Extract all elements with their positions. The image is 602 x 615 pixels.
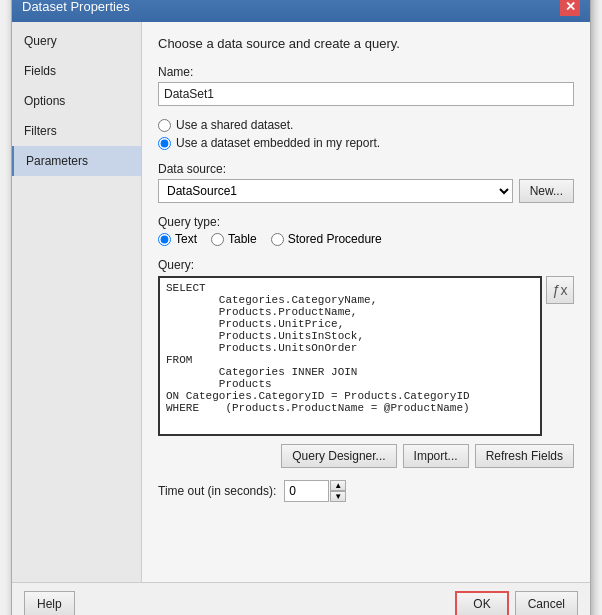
sidebar-item-parameters[interactable]: Parameters bbox=[12, 146, 141, 176]
timeout-label: Time out (in seconds): bbox=[158, 484, 276, 498]
spinner-buttons: ▲ ▼ bbox=[330, 480, 346, 502]
dataset-properties-dialog: Dataset Properties ✕ Query Fields Option… bbox=[11, 0, 591, 615]
query-buttons-row: Query Designer... Import... Refresh Fiel… bbox=[158, 444, 574, 468]
embedded-dataset-radio-row: Use a dataset embedded in my report. bbox=[158, 136, 574, 150]
cancel-button[interactable]: Cancel bbox=[515, 591, 578, 615]
page-description: Choose a data source and create a query. bbox=[158, 36, 574, 51]
datasource-label: Data source: bbox=[158, 162, 574, 176]
query-type-storedproc-option: Stored Procedure bbox=[271, 232, 382, 246]
footer-right: OK Cancel bbox=[455, 591, 578, 615]
name-input[interactable] bbox=[158, 82, 574, 106]
dialog-title: Dataset Properties bbox=[22, 0, 130, 14]
main-content: Choose a data source and create a query.… bbox=[142, 22, 590, 582]
query-field-group: Query: SELECT Categories.CategoryName, P… bbox=[158, 258, 574, 468]
query-type-label: Query type: bbox=[158, 215, 574, 229]
dialog-body: Query Fields Options Filters Parameters … bbox=[12, 22, 590, 582]
datasource-select[interactable]: DataSource1 bbox=[158, 179, 513, 203]
datasource-field-group: Data source: DataSource1 New... bbox=[158, 162, 574, 203]
query-type-table-label: Table bbox=[228, 232, 257, 246]
ok-button[interactable]: OK bbox=[455, 591, 508, 615]
close-button[interactable]: ✕ bbox=[560, 0, 580, 16]
shared-dataset-radio-row: Use a shared dataset. bbox=[158, 118, 574, 132]
help-button[interactable]: Help bbox=[24, 591, 75, 615]
query-type-storedproc-radio[interactable] bbox=[271, 233, 284, 246]
import-button[interactable]: Import... bbox=[403, 444, 469, 468]
name-field-group: Name: bbox=[158, 65, 574, 106]
timeout-spinner: ▲ ▼ bbox=[284, 480, 346, 502]
embedded-dataset-label: Use a dataset embedded in my report. bbox=[176, 136, 380, 150]
datasource-row: DataSource1 New... bbox=[158, 179, 574, 203]
sidebar-item-filters[interactable]: Filters bbox=[12, 116, 141, 146]
query-type-table-option: Table bbox=[211, 232, 257, 246]
query-type-table-radio[interactable] bbox=[211, 233, 224, 246]
query-type-group: Query type: Text Table Stored Procedure bbox=[158, 215, 574, 246]
fx-button[interactable]: ƒx bbox=[546, 276, 574, 304]
timeout-input[interactable] bbox=[284, 480, 329, 502]
refresh-fields-button[interactable]: Refresh Fields bbox=[475, 444, 574, 468]
dataset-type-group: Use a shared dataset. Use a dataset embe… bbox=[158, 118, 574, 150]
query-textarea[interactable]: SELECT Categories.CategoryName, Products… bbox=[158, 276, 542, 436]
spinner-up-button[interactable]: ▲ bbox=[330, 480, 346, 491]
query-type-text-label: Text bbox=[175, 232, 197, 246]
spinner-down-button[interactable]: ▼ bbox=[330, 491, 346, 502]
query-designer-button[interactable]: Query Designer... bbox=[281, 444, 396, 468]
sidebar-item-query[interactable]: Query bbox=[12, 26, 141, 56]
sidebar: Query Fields Options Filters Parameters bbox=[12, 22, 142, 582]
title-bar: Dataset Properties ✕ bbox=[12, 0, 590, 22]
new-datasource-button[interactable]: New... bbox=[519, 179, 574, 203]
dialog-footer: Help OK Cancel bbox=[12, 582, 590, 615]
query-area-container: SELECT Categories.CategoryName, Products… bbox=[158, 276, 574, 436]
timeout-row: Time out (in seconds): ▲ ▼ bbox=[158, 480, 574, 502]
embedded-dataset-radio[interactable] bbox=[158, 137, 171, 150]
query-type-text-radio[interactable] bbox=[158, 233, 171, 246]
footer-left: Help bbox=[24, 591, 75, 615]
query-type-text-option: Text bbox=[158, 232, 197, 246]
sidebar-item-fields[interactable]: Fields bbox=[12, 56, 141, 86]
query-label: Query: bbox=[158, 258, 574, 272]
shared-dataset-label: Use a shared dataset. bbox=[176, 118, 293, 132]
query-type-row: Text Table Stored Procedure bbox=[158, 232, 574, 246]
shared-dataset-radio[interactable] bbox=[158, 119, 171, 132]
name-label: Name: bbox=[158, 65, 574, 79]
query-type-storedproc-label: Stored Procedure bbox=[288, 232, 382, 246]
sidebar-item-options[interactable]: Options bbox=[12, 86, 141, 116]
